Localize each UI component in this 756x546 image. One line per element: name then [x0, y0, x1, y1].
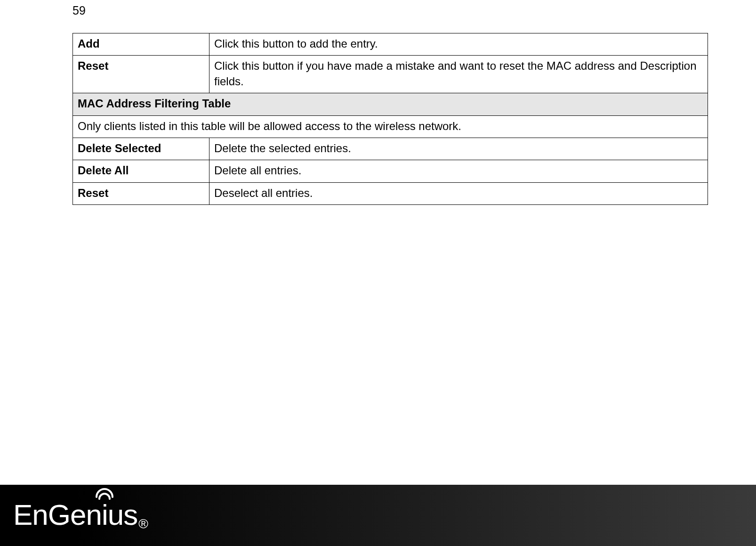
table-row: Add Click this button to add the entry.: [73, 33, 708, 56]
row-label-reset: Reset: [73, 56, 209, 93]
table-row: Delete All Delete all entries.: [73, 160, 708, 182]
section-desc-text: Only clients listed in this table will b…: [73, 115, 708, 138]
footer-bar: EnGeni us®: [0, 485, 756, 546]
wifi-icon: [94, 486, 115, 500]
table-row: Only clients listed in this table will b…: [73, 115, 708, 138]
table-row: Reset Deselect all entries.: [73, 182, 708, 204]
brand-part-us: us: [108, 498, 137, 531]
definition-table: Add Click this button to add the entry. …: [72, 33, 708, 205]
row-desc-add: Click this button to add the entry.: [209, 33, 708, 56]
page-number: 59: [72, 4, 86, 17]
row-label-delete-all: Delete All: [73, 160, 209, 182]
row-desc-delete-selected: Delete the selected entries.: [209, 138, 708, 160]
row-label-reset2: Reset: [73, 182, 209, 204]
row-label-delete-selected: Delete Selected: [73, 138, 209, 160]
row-desc-reset2: Deselect all entries.: [209, 182, 708, 204]
content-area: Add Click this button to add the entry. …: [72, 33, 708, 205]
row-label-add: Add: [73, 33, 209, 56]
table-section-header: MAC Address Filtering Table: [73, 93, 708, 115]
table-row: Reset Click this button if you have made…: [73, 56, 708, 93]
registered-mark: ®: [138, 516, 148, 531]
row-desc-reset: Click this button if you have made a mis…: [209, 56, 708, 93]
brand-part-i: i: [102, 498, 108, 531]
table-row: Delete Selected Delete the selected entr…: [73, 138, 708, 160]
section-header-text: MAC Address Filtering Table: [73, 93, 708, 115]
brand-part-en: EnGen: [13, 498, 102, 531]
brand-logo-text: EnGeni us®: [13, 498, 148, 531]
brand-logo: EnGeni us®: [13, 498, 148, 531]
row-desc-delete-all: Delete all entries.: [209, 160, 708, 182]
